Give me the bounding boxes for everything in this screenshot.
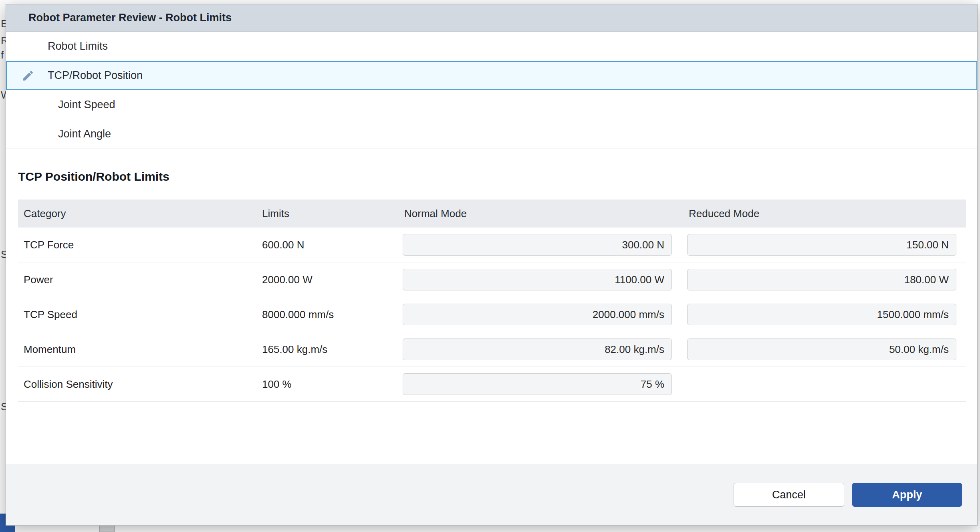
apply-button[interactable]: Apply (852, 483, 962, 507)
background-text-fragment: S (1, 401, 6, 413)
background-text-fragment: S (1, 248, 6, 261)
category-cell: Power (18, 274, 256, 286)
reduced-mode-input[interactable] (687, 339, 956, 360)
col-header-limits: Limits (256, 208, 399, 220)
table-row-power: Power 2000.00 W (18, 262, 966, 297)
category-cell: TCP Speed (18, 308, 256, 321)
col-header-reduced-mode: Reduced Mode (683, 208, 966, 220)
background-app-edge: E R f W S S (0, 0, 6, 532)
reduced-mode-input[interactable] (687, 304, 956, 325)
reduced-mode-input[interactable] (687, 269, 956, 290)
normal-mode-input[interactable] (403, 373, 672, 395)
table-header-row: Category Limits Normal Mode Reduced Mode (18, 200, 966, 228)
limit-cell: 165.00 kg.m/s (256, 343, 399, 356)
nav-item-joint-speed[interactable]: Joint Speed (6, 90, 977, 119)
col-header-category: Category (18, 208, 256, 220)
nav-item-label: Robot Limits (48, 40, 108, 52)
cancel-button[interactable]: Cancel (734, 483, 844, 507)
nav-item-label: Joint Speed (58, 99, 115, 111)
background-text-fragment: R (1, 34, 6, 47)
nav-item-joint-angle[interactable]: Joint Angle (6, 119, 977, 149)
category-cell: Momentum (18, 343, 256, 356)
dialog-footer: Cancel Apply (6, 464, 977, 525)
dialog-title: Robot Parameter Review - Robot Limits (28, 12, 232, 24)
robot-parameter-review-dialog: Robot Parameter Review - Robot Limits Ro… (6, 4, 978, 526)
nav-item-label: Joint Angle (58, 128, 111, 140)
normal-mode-input[interactable] (403, 304, 672, 325)
table-row-momentum: Momentum 165.00 kg.m/s (18, 332, 966, 367)
table-row-tcp-force: TCP Force 600.00 N (18, 228, 966, 262)
category-cell: Collision Sensitivity (18, 378, 256, 391)
limit-cell: 8000.000 mm/s (256, 308, 399, 321)
divider (6, 149, 977, 149)
limit-cell: 100 % (256, 378, 399, 391)
dialog-title-bar: Robot Parameter Review - Robot Limits (6, 4, 977, 32)
normal-mode-input[interactable] (403, 269, 672, 290)
limit-cell: 600.00 N (256, 239, 399, 251)
limits-nav-list: Robot Limits TCP/Robot Position Joint Sp… (6, 32, 977, 149)
normal-mode-input[interactable] (403, 339, 672, 360)
background-text-fragment: E (1, 18, 6, 30)
section-title: TCP Position/Robot Limits (18, 170, 977, 183)
limit-cell: 2000.00 W (256, 274, 399, 286)
background-text-fragment: f (1, 49, 4, 61)
edit-pencil-icon (21, 69, 35, 83)
category-cell: TCP Force (18, 239, 256, 251)
nav-item-tcp-robot-position[interactable]: TCP/Robot Position (6, 61, 977, 90)
nav-item-robot-limits[interactable]: Robot Limits (6, 32, 977, 61)
table-row-collision-sensitivity: Collision Sensitivity 100 % (18, 367, 966, 402)
table-row-tcp-speed: TCP Speed 8000.000 mm/s (18, 297, 966, 332)
background-text-fragment: W (1, 89, 6, 101)
reduced-mode-input[interactable] (687, 234, 956, 256)
normal-mode-input[interactable] (403, 234, 672, 256)
col-header-normal-mode: Normal Mode (399, 208, 683, 220)
tcp-limits-section: TCP Position/Robot Limits Category Limit… (6, 170, 977, 402)
nav-item-label: TCP/Robot Position (48, 69, 143, 82)
limits-table: Category Limits Normal Mode Reduced Mode… (18, 200, 966, 402)
